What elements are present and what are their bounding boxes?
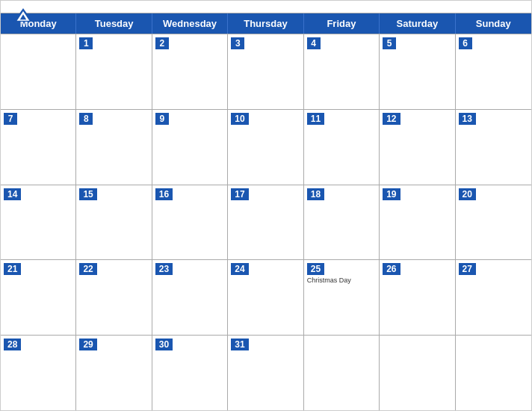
day-cell: 26: [380, 260, 455, 335]
day-number: 22: [79, 263, 96, 275]
day-cell: 22: [76, 260, 152, 335]
day-cell: 16: [152, 185, 228, 260]
day-headers: MondayTuesdayWednesdayThursdayFridaySatu…: [1, 13, 531, 34]
day-header-thursday: Thursday: [228, 13, 303, 34]
day-cell: 29: [76, 336, 152, 410]
day-header-friday: Friday: [304, 13, 380, 34]
day-number: 30: [155, 339, 173, 350]
week-row-2: 78910111213: [1, 109, 531, 185]
day-number: 2: [155, 37, 169, 49]
day-number: 18: [307, 188, 324, 200]
day-cell: 4: [304, 34, 380, 109]
day-header-wednesday: Wednesday: [152, 13, 228, 34]
day-cell: 27: [456, 260, 531, 335]
day-number: 19: [383, 188, 400, 200]
week-row-3: 14151617181920: [1, 185, 531, 260]
week-row-4: 2122232425Christmas Day2627: [1, 259, 531, 335]
day-cell: 9: [152, 110, 228, 185]
day-cell: 21: [1, 260, 76, 335]
day-cell: 24: [228, 260, 303, 335]
day-number: 23: [155, 263, 173, 275]
day-cell: 6: [456, 34, 531, 109]
day-number: 12: [383, 113, 400, 125]
day-cell: [304, 336, 380, 410]
day-number: 29: [79, 339, 96, 350]
day-number: 7: [4, 113, 17, 125]
day-cell: 12: [380, 110, 455, 185]
day-cell: 20: [456, 185, 531, 260]
week-row-5: 28293031: [1, 335, 531, 410]
week-row-1: 123456: [1, 34, 531, 109]
day-number: 6: [459, 37, 472, 49]
day-number: 11: [307, 113, 324, 125]
day-number: 21: [4, 263, 21, 275]
day-number: 28: [4, 339, 21, 350]
day-cell: 18: [304, 185, 380, 260]
day-cell: 11: [304, 110, 380, 185]
day-header-saturday: Saturday: [380, 13, 455, 34]
day-cell: 15: [76, 185, 152, 260]
day-cell: 7: [1, 110, 76, 185]
day-number: 25: [307, 263, 324, 275]
day-cell: 25Christmas Day: [304, 260, 380, 335]
day-number: 13: [459, 113, 476, 125]
day-number: 26: [383, 263, 400, 275]
day-cell: [456, 336, 531, 410]
day-cell: 28: [1, 336, 76, 410]
day-number: 15: [79, 188, 96, 200]
day-cell: 14: [1, 185, 76, 260]
day-number: 27: [459, 263, 476, 275]
calendar-header: [1, 1, 531, 13]
day-cell: 8: [76, 110, 152, 185]
day-number: 20: [459, 188, 476, 200]
day-number: 31: [231, 339, 248, 350]
day-header-tuesday: Tuesday: [76, 13, 152, 34]
day-cell: 31: [228, 336, 303, 410]
weeks-container: 1234567891011121314151617181920212223242…: [1, 34, 531, 410]
day-number: 14: [4, 188, 21, 200]
day-cell: [380, 336, 455, 410]
day-number: 24: [231, 263, 248, 275]
day-number: 4: [307, 37, 321, 49]
day-cell: [1, 34, 76, 109]
day-number: [4, 45, 17, 46]
day-number: [307, 346, 321, 347]
holiday-label: Christmas Day: [307, 276, 376, 285]
day-cell: 30: [152, 336, 228, 410]
day-cell: 10: [228, 110, 303, 185]
calendar-wrapper: MondayTuesdayWednesdayThursdayFridaySatu…: [0, 0, 532, 411]
day-number: 1: [79, 37, 93, 49]
day-cell: 17: [228, 185, 303, 260]
day-cell: 5: [380, 34, 455, 109]
day-cell: 3: [228, 34, 303, 109]
day-cell: 23: [152, 260, 228, 335]
day-cell: 1: [76, 34, 152, 109]
day-number: 5: [383, 37, 396, 49]
day-number: 16: [155, 188, 173, 200]
calendar-grid: MondayTuesdayWednesdayThursdayFridaySatu…: [1, 13, 531, 410]
logo-icon: [13, 7, 34, 23]
day-number: [459, 346, 472, 347]
day-number: 17: [231, 188, 248, 200]
day-cell: 13: [456, 110, 531, 185]
day-cell: 2: [152, 34, 228, 109]
day-header-sunday: Sunday: [456, 13, 531, 34]
day-number: [383, 346, 396, 347]
day-number: 3: [231, 37, 244, 49]
logo-area: [13, 7, 34, 24]
day-number: 9: [155, 113, 169, 125]
day-number: 8: [79, 113, 93, 125]
day-number: 10: [231, 113, 248, 125]
day-cell: 19: [380, 185, 455, 260]
